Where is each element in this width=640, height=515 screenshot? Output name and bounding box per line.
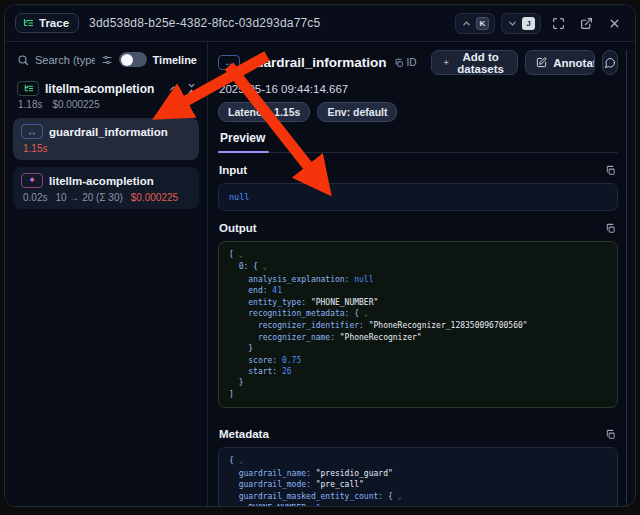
topbar: Trace 3dd538d8-b25e-4382-8fcc-03d293da77… <box>5 5 635 42</box>
annotate-split-button: Annotate <box>525 50 595 75</box>
search-input[interactable] <box>35 54 95 66</box>
add-to-datasets-label: Add to datasets <box>455 51 506 75</box>
maximize-icon <box>552 17 565 30</box>
observation-header: ↔ guardrail_information ID Add to datase… <box>218 50 618 75</box>
plus-icon <box>443 57 450 68</box>
copy-metadata-button[interactable] <box>605 429 616 440</box>
chevron-down-icon <box>507 18 518 29</box>
output-section-header: Output <box>218 211 618 241</box>
detail-tabs: Preview <box>218 131 618 153</box>
chevron-up-icon <box>461 18 472 29</box>
input-json-viewer[interactable]: null <box>218 183 618 211</box>
span-type-icon: ↔ <box>218 55 240 70</box>
observation-detail-panel: ↔ guardrail_information ID Add to datase… <box>208 42 635 506</box>
span-type-icon: ↔ <box>21 124 43 139</box>
search-icon <box>17 54 29 66</box>
output-section-title: Output <box>219 222 257 234</box>
span-cost: $0.000225 <box>131 192 178 203</box>
tree-item-guardrail-information[interactable]: ↔ guardrail_information 1.15s <box>13 118 199 160</box>
tab-preview[interactable]: Preview <box>218 131 269 152</box>
observation-title: guardrail_information <box>247 55 387 70</box>
tree-root-stats: 1.18s $0.000225 <box>11 97 201 118</box>
external-link-icon <box>580 17 593 30</box>
metadata-section-header: Metadata <box>218 408 618 447</box>
trace-detail-window: Trace 3dd538d8-b25e-4382-8fcc-03d293da77… <box>4 4 636 507</box>
input-section-header: Input <box>218 153 618 183</box>
output-json-viewer[interactable]: [ ⌄ 0: { ⌄ analysis_explanation: null en… <box>218 241 618 408</box>
next-observation-button[interactable]: J <box>501 13 541 34</box>
generation-sparkle-icon: ✦ <box>21 173 43 188</box>
span-name: guardrail_information <box>49 126 168 138</box>
env-badge: Env: default <box>317 102 397 122</box>
observation-timestamp: 2025-05-16 09:44:14.667 <box>218 75 618 102</box>
copy-icon <box>605 429 616 440</box>
collapse-node-icon[interactable] <box>168 83 179 94</box>
tab-preview-label: Preview <box>220 131 265 145</box>
tree-root-name: litellm-acompletion <box>45 82 162 96</box>
tree-item-litellm-acompletion[interactable]: ✦ litellm-acompletion 0.02s 10 → 20 (Σ 3… <box>13 167 199 209</box>
span-tokens: 10 → 20 (Σ 30) <box>55 192 122 203</box>
topbar-actions: K J <box>455 12 625 34</box>
copy-id-button[interactable]: ID <box>394 57 417 68</box>
input-section-title: Input <box>219 164 247 176</box>
close-button[interactable] <box>603 12 625 34</box>
span-latency: 1.15s <box>23 143 47 154</box>
latency-badge: Latency: 1.15s <box>218 102 310 122</box>
root-cost: $0.000225 <box>52 99 99 110</box>
timeline-toggle[interactable] <box>119 52 147 67</box>
filter-sliders-icon[interactable] <box>101 54 113 66</box>
copy-icon <box>605 223 616 234</box>
annotate-button[interactable]: Annotate <box>526 51 595 74</box>
root-latency: 1.18s <box>18 99 42 110</box>
metadata-json-viewer[interactable]: { ⌄ guardrail_name: "presidio_guard" gua… <box>218 447 618 507</box>
copy-input-button[interactable] <box>605 165 616 176</box>
keycap-k: K <box>476 17 489 30</box>
trace-tree-icon <box>17 81 39 96</box>
span-name: litellm-acompletion <box>49 175 154 187</box>
prev-observation-button[interactable]: K <box>455 13 495 34</box>
sidebar-search-row: Timeline <box>11 50 201 77</box>
keycap-j: J <box>522 17 535 30</box>
tree-root-item[interactable]: litellm-acompletion <box>11 77 201 97</box>
annotate-label: Annotate <box>553 57 595 69</box>
toggle-knob <box>121 54 133 66</box>
comments-button[interactable] <box>602 50 618 75</box>
annotate-pen-icon <box>536 57 547 68</box>
trace-type-badge: Trace <box>15 13 79 33</box>
metadata-section-title: Metadata <box>219 428 269 440</box>
trace-id: 3dd538d8-b25e-4382-8fcc-03d293da77c5 <box>89 16 445 30</box>
add-to-datasets-button[interactable]: Add to datasets <box>431 50 519 75</box>
active-tab-underline <box>218 151 269 154</box>
badge-row: Latency: 1.15s Env: default <box>218 102 618 131</box>
span-tree-sidebar: Timeline litellm-acompletion 1.18s $0.00… <box>5 42 208 506</box>
copy-icon <box>605 165 616 176</box>
expand-button[interactable] <box>547 12 569 34</box>
tree-controls <box>168 83 197 94</box>
copy-icon <box>394 58 404 68</box>
id-label: ID <box>407 57 417 68</box>
trace-badge-label: Trace <box>39 17 69 29</box>
timeline-toggle-label: Timeline <box>153 54 197 66</box>
span-latency: 0.02s <box>23 192 47 203</box>
fold-all-icon[interactable] <box>186 83 197 94</box>
open-in-new-button[interactable] <box>575 12 597 34</box>
comment-bubble-icon <box>604 57 616 69</box>
copy-output-button[interactable] <box>605 223 616 234</box>
close-icon <box>608 17 621 30</box>
list-tree-icon <box>22 17 34 29</box>
